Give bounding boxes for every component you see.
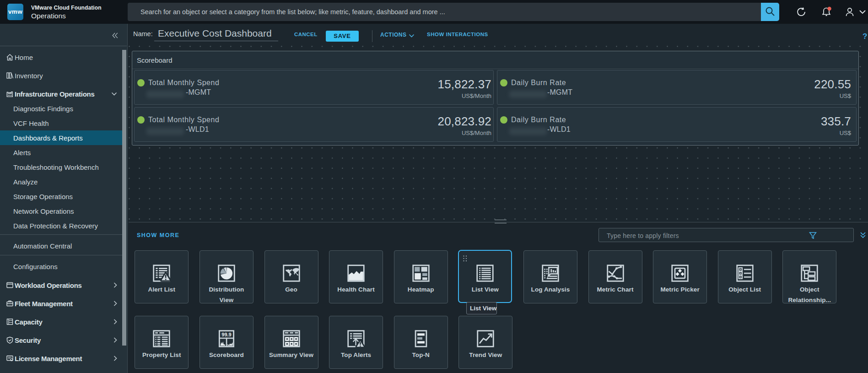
svg-text:99.9: 99.9 (221, 332, 232, 337)
